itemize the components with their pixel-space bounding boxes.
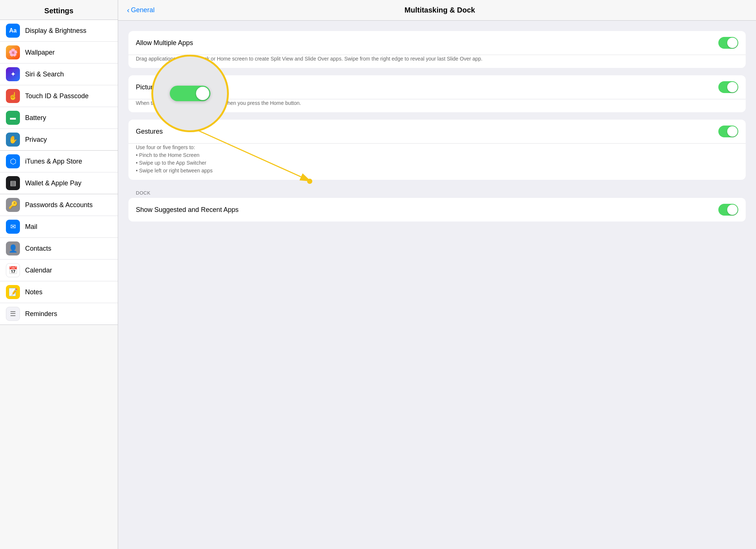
allow-multiple-apps-card: Allow Multiple Apps Drag applications fr… xyxy=(128,31,746,68)
dock-section: DOCK Show Suggested and Recent Apps xyxy=(128,187,746,229)
privacy-icon: ✋ xyxy=(6,133,20,147)
allow-multiple-apps-desc: Drag applications from the Dock or Home … xyxy=(128,55,746,68)
gestures-desc: Use four or five fingers to: • Pinch to … xyxy=(128,144,746,180)
sidebar-item-label-privacy: Privacy xyxy=(25,136,47,144)
picture-in-picture-label: Picture in Picture xyxy=(136,83,718,91)
sidebar-item-passwords[interactable]: 🔑 Passwords & Accounts xyxy=(0,194,118,216)
gestures-toggle[interactable] xyxy=(718,126,738,137)
sidebar-item-label-itunes: iTunes & App Store xyxy=(25,158,82,165)
sidebar-item-label-wallpaper: Wallpaper xyxy=(25,49,55,56)
allow-multiple-apps-toggle[interactable] xyxy=(718,37,738,49)
sidebar-item-wallpaper[interactable]: 🌸 Wallpaper xyxy=(0,42,118,64)
main-panel: ‹ General Multitasking & Dock Allow Mult… xyxy=(118,0,756,549)
gestures-label: Gestures xyxy=(136,128,718,135)
allow-multiple-apps-toggle-knob xyxy=(727,38,738,48)
sidebar-item-label-contacts: Contacts xyxy=(25,245,51,253)
picture-in-picture-toggle[interactable] xyxy=(718,81,738,93)
siri-search-icon: ✦ xyxy=(6,67,20,81)
gestures-card: Gestures Use four or five fingers to: • … xyxy=(128,120,746,180)
battery-icon: ▬ xyxy=(6,111,20,125)
calendar-icon: 📅 xyxy=(6,263,20,277)
sidebar-item-label-siri-search: Siri & Search xyxy=(25,71,64,78)
picture-in-picture-card: Picture in Picture When this is on, vide… xyxy=(128,75,746,112)
sidebar-item-label-touch-id: Touch ID & Passcode xyxy=(25,92,89,100)
sidebar-item-mail[interactable]: ✉ Mail xyxy=(0,216,118,238)
mail-icon: ✉ xyxy=(6,220,20,234)
sidebar-item-itunes[interactable]: ⬡ iTunes & App Store xyxy=(0,151,118,172)
notes-icon: 📝 xyxy=(6,285,20,299)
gestures-toggle-knob xyxy=(727,126,738,137)
gestures-row: Gestures xyxy=(128,120,746,144)
sidebar-item-label-display-brightness: Display & Brightness xyxy=(25,27,86,35)
sidebar-item-wallet[interactable]: ▤ Wallet & Apple Pay xyxy=(0,172,118,194)
itunes-icon: ⬡ xyxy=(6,154,20,168)
allow-multiple-apps-label: Allow Multiple Apps xyxy=(136,39,718,47)
sidebar-title: Settings xyxy=(6,7,112,15)
sidebar-item-contacts[interactable]: 👤 Contacts xyxy=(0,238,118,260)
sidebar-item-reminders[interactable]: ☰ Reminders xyxy=(0,303,118,325)
sidebar-group-3: 🔑 Passwords & Accounts ✉ Mail 👤 Contacts… xyxy=(0,194,118,325)
dock-card: Show Suggested and Recent Apps xyxy=(128,198,746,222)
display-brightness-icon: Aa xyxy=(6,24,20,38)
sidebar-item-label-calendar: Calendar xyxy=(25,267,52,274)
back-button[interactable]: ‹ General xyxy=(127,6,155,14)
sidebar-item-label-mail: Mail xyxy=(25,223,37,231)
picture-in-picture-toggle-knob xyxy=(727,82,738,92)
passwords-icon: 🔑 xyxy=(6,198,20,212)
suggested-recent-toggle[interactable] xyxy=(718,204,738,216)
allow-multiple-apps-row: Allow Multiple Apps xyxy=(128,31,746,55)
sidebar-item-label-battery: Battery xyxy=(25,114,46,122)
page-title: Multitasking & Dock xyxy=(162,6,718,14)
contacts-icon: 👤 xyxy=(6,241,20,255)
sidebar-item-calendar[interactable]: 📅 Calendar xyxy=(0,260,118,281)
sidebar-item-label-reminders: Reminders xyxy=(25,310,57,318)
back-label: General xyxy=(131,6,155,14)
sidebar-item-notes[interactable]: 📝 Notes xyxy=(0,281,118,303)
settings-content: Allow Multiple Apps Drag applications fr… xyxy=(118,21,756,239)
suggested-recent-toggle-knob xyxy=(727,205,738,215)
picture-in-picture-row: Picture in Picture xyxy=(128,75,746,99)
dock-section-header: DOCK xyxy=(128,187,746,198)
back-chevron-icon: ‹ xyxy=(127,6,130,14)
sidebar-item-touch-id[interactable]: ☝ Touch ID & Passcode xyxy=(0,85,118,107)
sidebar-item-display-brightness[interactable]: Aa Display & Brightness xyxy=(0,20,118,42)
wallet-icon: ▤ xyxy=(6,176,20,190)
picture-in-picture-desc: When this is on, videos will co… even wh… xyxy=(128,99,746,112)
sidebar-item-label-passwords: Passwords & Accounts xyxy=(25,201,93,209)
suggested-recent-label: Show Suggested and Recent Apps xyxy=(136,206,718,214)
touch-id-icon: ☝ xyxy=(6,89,20,103)
suggested-recent-row: Show Suggested and Recent Apps xyxy=(128,198,746,222)
sidebar-item-label-notes: Notes xyxy=(25,288,42,296)
sidebar-group-1: Aa Display & Brightness 🌸 Wallpaper ✦ Si… xyxy=(0,20,118,151)
sidebar-item-privacy[interactable]: ✋ Privacy xyxy=(0,129,118,150)
wallpaper-icon: 🌸 xyxy=(6,45,20,59)
sidebar-item-siri-search[interactable]: ✦ Siri & Search xyxy=(0,64,118,85)
sidebar: Settings Aa Display & Brightness 🌸 Wallp… xyxy=(0,0,118,549)
sidebar-header: Settings xyxy=(0,0,118,20)
main-header: ‹ General Multitasking & Dock xyxy=(118,0,756,21)
sidebar-item-label-wallet: Wallet & Apple Pay xyxy=(25,179,81,187)
reminders-icon: ☰ xyxy=(6,307,20,321)
sidebar-item-battery[interactable]: ▬ Battery xyxy=(0,107,118,129)
sidebar-group-2: ⬡ iTunes & App Store ▤ Wallet & Apple Pa… xyxy=(0,151,118,194)
